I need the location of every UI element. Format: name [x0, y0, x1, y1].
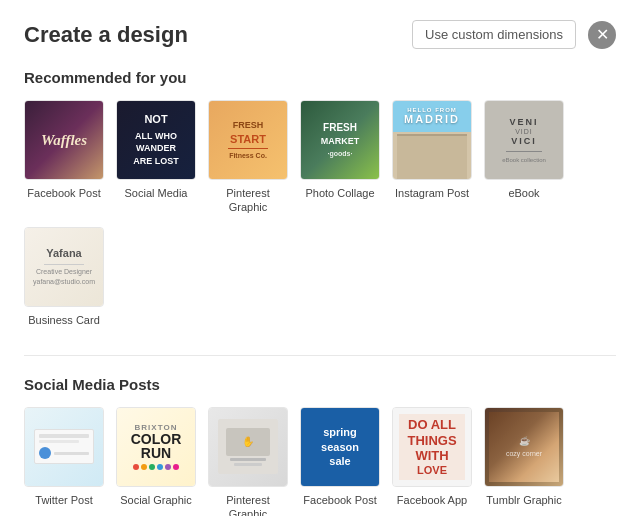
social-item-brixton[interactable]: BRIXTON COLOR RUN Social Gr [116, 407, 196, 516]
recommended-item-facebook-post[interactable]: Waffles Facebook Post [24, 100, 104, 215]
business-card-thumb: Yafana Creative Designeryafana@studio.co… [24, 227, 104, 307]
create-design-modal: Create a design Use custom dimensions ✕ … [0, 0, 640, 516]
social-media-label: Social Media [125, 186, 188, 200]
header-actions: Use custom dimensions ✕ [412, 20, 616, 49]
twitter-label: Twitter Post [35, 493, 92, 507]
spring-thumb: spring season sale [300, 407, 380, 487]
instagram-thumb: HELLO FROM MADRID [392, 100, 472, 180]
photo-collage-label: Photo Collage [305, 186, 374, 200]
facebook-post-label: Facebook Post [27, 186, 100, 200]
social-media-thumb: NOT ALL WHO WANDER ARE LOST [116, 100, 196, 180]
twitter-thumb [24, 407, 104, 487]
recommended-item-social-media[interactable]: NOT ALL WHO WANDER ARE LOST Social Media [116, 100, 196, 215]
social-item-tumblr[interactable]: ☕ cozy corner Tumblr Graphic [484, 407, 564, 516]
ebook-label: eBook [508, 186, 539, 200]
business-card-label: Business Card [28, 313, 100, 327]
pinterest-label: Pinterest Graphic [208, 186, 288, 215]
tumblr-label: Tumblr Graphic [486, 493, 561, 507]
instagram-label: Instagram Post [395, 186, 469, 200]
recommended-section-title: Recommended for you [24, 69, 616, 86]
modal-title: Create a design [24, 22, 188, 48]
recommended-item-pinterest[interactable]: FRESH START Fitness Co. Pinterest Graphi… [208, 100, 288, 215]
section-divider [24, 355, 616, 356]
recommended-item-photo-collage[interactable]: FRESH MARKET ·goods· Photo Collage [300, 100, 380, 215]
modal-header: Create a design Use custom dimensions ✕ [24, 20, 616, 49]
spring-label: Facebook Post [303, 493, 376, 507]
recommended-item-business-card[interactable]: Yafana Creative Designeryafana@studio.co… [24, 227, 104, 327]
close-button[interactable]: ✕ [588, 21, 616, 49]
photo-collage-thumb: FRESH MARKET ·goods· [300, 100, 380, 180]
social-item-twitter[interactable]: Twitter Post [24, 407, 104, 516]
social-item-love-fb[interactable]: DO ALL THINGS WITH LOVE Facebook App [392, 407, 472, 516]
pinterest2-label: Pinterest Graphic [208, 493, 288, 516]
tumblr-thumb: ☕ cozy corner [484, 407, 564, 487]
close-icon: ✕ [596, 25, 609, 44]
recommended-item-instagram[interactable]: HELLO FROM MADRID Instagram Post [392, 100, 472, 215]
custom-dimensions-button[interactable]: Use custom dimensions [412, 20, 576, 49]
recommended-grid: Waffles Facebook Post NOT ALL WHO WANDER… [24, 100, 616, 327]
brixton-thumb: BRIXTON COLOR RUN [116, 407, 196, 487]
recommended-item-ebook[interactable]: VENI VIDI VICI eBook collection eBook [484, 100, 564, 215]
pinterest-thumb: FRESH START Fitness Co. [208, 100, 288, 180]
social-item-pinterest2[interactable]: ✋ Pinterest Graphic [208, 407, 288, 516]
facebook-post-thumb: Waffles [24, 100, 104, 180]
love-fb-label: Facebook App [397, 493, 467, 507]
social-media-section-title: Social Media Posts [24, 376, 616, 393]
pinterest2-thumb: ✋ [208, 407, 288, 487]
social-media-grid: Twitter Post BRIXTON COLOR RUN [24, 407, 616, 516]
brixton-label: Social Graphic [120, 493, 192, 507]
love-fb-thumb: DO ALL THINGS WITH LOVE [392, 407, 472, 487]
ebook-thumb: VENI VIDI VICI eBook collection [484, 100, 564, 180]
social-item-spring[interactable]: spring season sale Facebook Post [300, 407, 380, 516]
